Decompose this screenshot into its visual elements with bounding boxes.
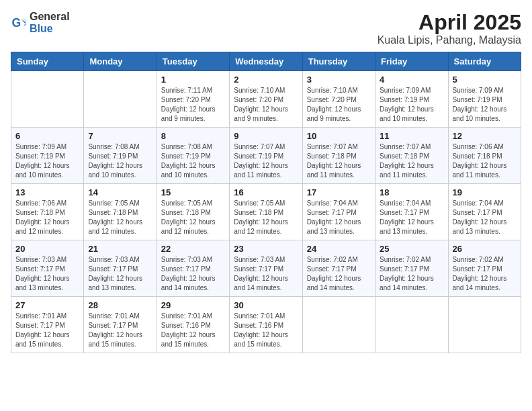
- calendar-cell: 19Sunrise: 7:04 AM Sunset: 7:17 PM Dayli…: [448, 184, 521, 240]
- day-info: Sunrise: 7:04 AM Sunset: 7:17 PM Dayligh…: [380, 199, 443, 236]
- day-number: 5: [453, 75, 517, 85]
- calendar-week-row: 20Sunrise: 7:03 AM Sunset: 7:17 PM Dayli…: [11, 240, 521, 297]
- day-info: Sunrise: 7:01 AM Sunset: 7:16 PM Dayligh…: [234, 312, 298, 349]
- day-number: 16: [234, 187, 298, 197]
- calendar-cell: 15Sunrise: 7:05 AM Sunset: 7:18 PM Dayli…: [157, 184, 229, 240]
- day-number: 26: [453, 244, 517, 254]
- day-number: 18: [380, 187, 443, 197]
- calendar-cell: 7Sunrise: 7:08 AM Sunset: 7:19 PM Daylig…: [84, 128, 157, 184]
- location-title: Kuala Lipis, Pahang, Malaysia: [378, 34, 521, 46]
- day-number: 10: [307, 131, 371, 141]
- calendar-cell: 1Sunrise: 7:11 AM Sunset: 7:20 PM Daylig…: [157, 71, 229, 128]
- day-info: Sunrise: 7:04 AM Sunset: 7:17 PM Dayligh…: [453, 199, 517, 236]
- calendar-cell: 8Sunrise: 7:08 AM Sunset: 7:19 PM Daylig…: [157, 128, 229, 184]
- calendar-cell: 14Sunrise: 7:05 AM Sunset: 7:18 PM Dayli…: [84, 184, 157, 240]
- day-number: 28: [88, 300, 152, 310]
- calendar: SundayMondayTuesdayWednesdayThursdayFrid…: [11, 52, 521, 353]
- calendar-cell: 23Sunrise: 7:03 AM Sunset: 7:17 PM Dayli…: [230, 240, 302, 297]
- day-number: 20: [15, 244, 79, 254]
- day-number: 21: [88, 244, 152, 254]
- day-info: Sunrise: 7:10 AM Sunset: 7:20 PM Dayligh…: [234, 86, 298, 124]
- calendar-week-row: 6Sunrise: 7:09 AM Sunset: 7:19 PM Daylig…: [11, 128, 521, 184]
- day-info: Sunrise: 7:02 AM Sunset: 7:17 PM Dayligh…: [453, 255, 517, 293]
- day-info: Sunrise: 7:11 AM Sunset: 7:20 PM Dayligh…: [161, 86, 225, 124]
- day-info: Sunrise: 7:09 AM Sunset: 7:19 PM Dayligh…: [15, 142, 79, 180]
- calendar-header-tuesday: Tuesday: [157, 52, 229, 71]
- calendar-cell: [448, 297, 521, 353]
- calendar-cell: 12Sunrise: 7:06 AM Sunset: 7:18 PM Dayli…: [448, 128, 521, 184]
- day-info: Sunrise: 7:01 AM Sunset: 7:17 PM Dayligh…: [88, 312, 152, 349]
- calendar-cell: 5Sunrise: 7:09 AM Sunset: 7:19 PM Daylig…: [448, 71, 521, 128]
- calendar-week-row: 27Sunrise: 7:01 AM Sunset: 7:17 PM Dayli…: [11, 297, 521, 353]
- calendar-cell: 27Sunrise: 7:01 AM Sunset: 7:17 PM Dayli…: [11, 297, 84, 353]
- day-number: 24: [307, 244, 371, 254]
- logo-general: General: [30, 11, 70, 23]
- day-number: 23: [234, 244, 298, 254]
- calendar-cell: [375, 297, 448, 353]
- day-number: 14: [88, 187, 152, 197]
- header: G General Blue April 2025 Kuala Lipis, P…: [11, 11, 521, 46]
- calendar-cell: 2Sunrise: 7:10 AM Sunset: 7:20 PM Daylig…: [230, 71, 302, 128]
- day-number: 22: [161, 244, 225, 254]
- day-info: Sunrise: 7:10 AM Sunset: 7:20 PM Dayligh…: [307, 86, 371, 124]
- calendar-cell: [302, 297, 375, 353]
- calendar-cell: 10Sunrise: 7:07 AM Sunset: 7:18 PM Dayli…: [302, 128, 375, 184]
- calendar-header-thursday: Thursday: [302, 52, 375, 71]
- calendar-cell: 24Sunrise: 7:02 AM Sunset: 7:17 PM Dayli…: [302, 240, 375, 297]
- day-number: 25: [380, 244, 443, 254]
- day-number: 13: [15, 187, 79, 197]
- calendar-cell: 25Sunrise: 7:02 AM Sunset: 7:17 PM Dayli…: [375, 240, 448, 297]
- calendar-cell: 29Sunrise: 7:01 AM Sunset: 7:16 PM Dayli…: [157, 297, 229, 353]
- calendar-cell: 20Sunrise: 7:03 AM Sunset: 7:17 PM Dayli…: [11, 240, 84, 297]
- day-number: 29: [161, 300, 225, 310]
- calendar-cell: 18Sunrise: 7:04 AM Sunset: 7:17 PM Dayli…: [375, 184, 448, 240]
- calendar-cell: 9Sunrise: 7:07 AM Sunset: 7:19 PM Daylig…: [230, 128, 302, 184]
- day-info: Sunrise: 7:03 AM Sunset: 7:17 PM Dayligh…: [234, 255, 298, 293]
- day-info: Sunrise: 7:03 AM Sunset: 7:17 PM Dayligh…: [15, 255, 79, 293]
- day-number: 9: [234, 131, 298, 141]
- calendar-header-friday: Friday: [375, 52, 448, 71]
- calendar-cell: 21Sunrise: 7:03 AM Sunset: 7:17 PM Dayli…: [84, 240, 157, 297]
- day-number: 30: [234, 300, 298, 310]
- day-number: 11: [380, 131, 443, 141]
- day-info: Sunrise: 7:03 AM Sunset: 7:17 PM Dayligh…: [88, 255, 152, 293]
- day-number: 17: [307, 187, 371, 197]
- day-number: 1: [161, 75, 225, 85]
- day-info: Sunrise: 7:02 AM Sunset: 7:17 PM Dayligh…: [380, 255, 443, 293]
- day-number: 3: [307, 75, 371, 85]
- day-number: 19: [453, 187, 517, 197]
- day-info: Sunrise: 7:01 AM Sunset: 7:16 PM Dayligh…: [161, 312, 225, 349]
- calendar-header-sunday: Sunday: [11, 52, 84, 71]
- day-info: Sunrise: 7:07 AM Sunset: 7:19 PM Dayligh…: [234, 142, 298, 180]
- day-number: 27: [15, 300, 79, 310]
- title-area: April 2025 Kuala Lipis, Pahang, Malaysia: [378, 11, 521, 46]
- day-info: Sunrise: 7:08 AM Sunset: 7:19 PM Dayligh…: [161, 142, 225, 180]
- day-number: 4: [380, 75, 443, 85]
- day-info: Sunrise: 7:07 AM Sunset: 7:18 PM Dayligh…: [307, 142, 371, 180]
- logo: G General Blue: [11, 11, 70, 34]
- day-number: 6: [15, 131, 79, 141]
- calendar-cell: 4Sunrise: 7:09 AM Sunset: 7:19 PM Daylig…: [375, 71, 448, 128]
- day-number: 15: [161, 187, 225, 197]
- calendar-cell: 16Sunrise: 7:05 AM Sunset: 7:18 PM Dayli…: [230, 184, 302, 240]
- calendar-week-row: 1Sunrise: 7:11 AM Sunset: 7:20 PM Daylig…: [11, 71, 521, 128]
- day-info: Sunrise: 7:08 AM Sunset: 7:19 PM Dayligh…: [88, 142, 152, 180]
- day-info: Sunrise: 7:02 AM Sunset: 7:17 PM Dayligh…: [307, 255, 371, 293]
- calendar-header-wednesday: Wednesday: [230, 52, 302, 71]
- calendar-week-row: 13Sunrise: 7:06 AM Sunset: 7:18 PM Dayli…: [11, 184, 521, 240]
- calendar-cell: [84, 71, 157, 128]
- calendar-cell: 26Sunrise: 7:02 AM Sunset: 7:17 PM Dayli…: [448, 240, 521, 297]
- calendar-cell: 3Sunrise: 7:10 AM Sunset: 7:20 PM Daylig…: [302, 71, 375, 128]
- day-number: 2: [234, 75, 298, 85]
- day-info: Sunrise: 7:07 AM Sunset: 7:18 PM Dayligh…: [380, 142, 443, 180]
- logo-icon: G: [11, 15, 27, 31]
- day-number: 7: [88, 131, 152, 141]
- day-info: Sunrise: 7:04 AM Sunset: 7:17 PM Dayligh…: [307, 199, 371, 236]
- day-info: Sunrise: 7:05 AM Sunset: 7:18 PM Dayligh…: [234, 199, 298, 236]
- calendar-cell: 13Sunrise: 7:06 AM Sunset: 7:18 PM Dayli…: [11, 184, 84, 240]
- calendar-cell: 28Sunrise: 7:01 AM Sunset: 7:17 PM Dayli…: [84, 297, 157, 353]
- day-info: Sunrise: 7:09 AM Sunset: 7:19 PM Dayligh…: [380, 86, 443, 124]
- calendar-cell: 22Sunrise: 7:03 AM Sunset: 7:17 PM Dayli…: [157, 240, 229, 297]
- calendar-header-monday: Monday: [84, 52, 157, 71]
- svg-text:G: G: [12, 15, 21, 29]
